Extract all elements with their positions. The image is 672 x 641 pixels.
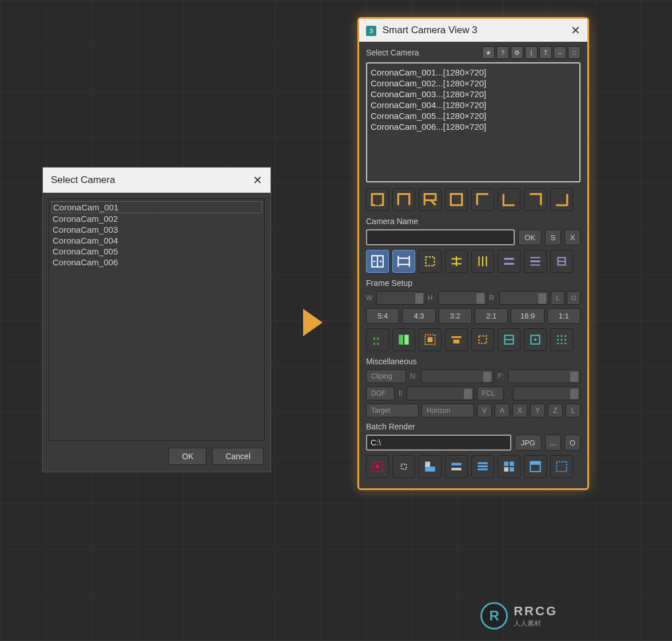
batch-4-icon[interactable] xyxy=(445,455,468,478)
ratio-54-button[interactable]: 5:4 xyxy=(366,308,399,324)
camera-list[interactable]: CoronaCam_001 CoronaCam_002 CoronaCam_00… xyxy=(49,198,265,441)
batch-2-icon[interactable] xyxy=(392,455,415,478)
z-button[interactable]: Z xyxy=(548,404,563,417)
svg-rect-61 xyxy=(504,461,508,466)
list-item[interactable]: CoronaCam_006...[1280×720] xyxy=(371,121,576,132)
l-button[interactable]: L xyxy=(566,404,580,417)
batch-tool-icons xyxy=(366,455,580,478)
view-tr-icon[interactable] xyxy=(524,188,547,211)
camera-name-input[interactable] xyxy=(366,229,515,245)
jpg-button[interactable]: JPG xyxy=(515,435,542,451)
tool-6-icon[interactable] xyxy=(498,250,520,273)
list-item[interactable]: CoronaCam_001...[1280×720] xyxy=(371,67,576,78)
star-icon[interactable]: ★ xyxy=(482,46,495,59)
o-button[interactable]: O xyxy=(567,291,580,305)
fcl-button[interactable]: FCL xyxy=(477,387,503,400)
list-item[interactable]: CoronaCam_004...[1280×720] xyxy=(371,99,576,110)
close-icon[interactable]: ✕ xyxy=(571,23,580,37)
view-bl-icon[interactable] xyxy=(498,188,520,211)
tool-4-icon[interactable] xyxy=(445,250,468,273)
a-button[interactable]: A xyxy=(495,404,510,417)
separator-icon[interactable]: | xyxy=(525,46,538,59)
f-spinner[interactable] xyxy=(508,369,580,383)
svg-point-50 xyxy=(564,343,566,344)
list-item[interactable]: CoronaCam_005...[1280×720] xyxy=(371,110,576,121)
target-button[interactable]: Target xyxy=(366,404,419,417)
list-item[interactable]: CoronaCam_004 xyxy=(51,235,262,246)
path-input[interactable] xyxy=(366,435,511,451)
help-icon[interactable]: ? xyxy=(496,46,509,59)
v-button[interactable]: V xyxy=(477,404,492,417)
batch-7-icon[interactable] xyxy=(524,455,547,478)
view-o-icon[interactable] xyxy=(445,188,468,211)
frame-2-icon[interactable] xyxy=(392,328,415,351)
gear-icon[interactable]: ⚙ xyxy=(511,46,523,59)
batch-5-icon[interactable] xyxy=(471,455,494,478)
minimize-icon[interactable]: – xyxy=(554,46,566,59)
x-button[interactable]: X xyxy=(512,404,527,417)
o-button[interactable]: O xyxy=(564,435,580,451)
list-item[interactable]: CoronaCam_001 xyxy=(51,201,262,213)
cancel-button[interactable]: Cancel xyxy=(212,448,264,465)
horizon-button[interactable]: Horizon xyxy=(422,404,474,417)
ratio-32-button[interactable]: 3:2 xyxy=(439,308,472,324)
batch-1-icon[interactable] xyxy=(366,455,389,478)
tool-2-icon[interactable] xyxy=(392,250,415,273)
ratio-spinner[interactable] xyxy=(499,291,548,305)
ratio-169-button[interactable]: 16:9 xyxy=(511,308,544,324)
frame-1-icon[interactable]: ++++ xyxy=(366,328,389,351)
close-icon[interactable]: ✕ xyxy=(253,173,263,187)
svg-point-42 xyxy=(557,335,559,337)
grip-icon[interactable]: :: xyxy=(568,46,580,59)
frame-6-icon[interactable] xyxy=(498,328,520,351)
tool-1-icon[interactable] xyxy=(366,250,389,273)
tool-8-icon[interactable] xyxy=(550,250,573,273)
s-button[interactable]: S xyxy=(545,229,561,245)
view-r-icon[interactable] xyxy=(419,188,442,211)
view-n-icon[interactable] xyxy=(392,188,415,211)
ratio-43-button[interactable]: 4:3 xyxy=(402,308,435,324)
l-button[interactable]: L xyxy=(551,291,564,305)
t-button[interactable]: T xyxy=(539,46,552,59)
width-spinner[interactable] xyxy=(376,291,426,305)
list-item[interactable]: CoronaCam_005 xyxy=(51,246,262,257)
tool-7-icon[interactable] xyxy=(524,250,547,273)
view-br-icon[interactable] xyxy=(550,188,573,211)
x-button[interactable]: X xyxy=(564,229,580,245)
tool-3-icon[interactable] xyxy=(419,250,442,273)
frame-8-icon[interactable] xyxy=(550,328,573,351)
list-item[interactable]: CoronaCam_002 xyxy=(51,213,262,224)
list-item[interactable]: CoronaCam_006 xyxy=(51,257,262,268)
dof-button[interactable]: DOF xyxy=(366,387,395,400)
batch-3-icon[interactable] xyxy=(419,455,442,478)
fcl-spinner[interactable] xyxy=(513,387,580,400)
browse-button[interactable]: ... xyxy=(545,435,561,451)
ok-button[interactable]: OK xyxy=(518,229,542,245)
view-a-icon[interactable] xyxy=(366,188,389,211)
ratio-11-button[interactable]: 1:1 xyxy=(547,308,580,324)
list-item[interactable]: CoronaCam_002...[1280×720] xyxy=(371,78,576,89)
svg-point-47 xyxy=(564,339,566,340)
ratio-21-button[interactable]: 2:1 xyxy=(475,308,508,324)
frame-4-icon[interactable] xyxy=(445,328,468,351)
batch-8-icon[interactable] xyxy=(550,455,573,478)
batch-6-icon[interactable] xyxy=(498,455,520,478)
ok-button[interactable]: OK xyxy=(169,448,206,465)
svg-point-49 xyxy=(560,343,562,344)
list-item[interactable]: CoronaCam_003 xyxy=(51,224,262,235)
view-tl-icon[interactable] xyxy=(471,188,494,211)
list-item[interactable]: CoronaCam_003...[1280×720] xyxy=(371,89,576,99)
n-spinner[interactable] xyxy=(421,369,494,383)
frame-7-icon[interactable] xyxy=(524,328,547,351)
height-spinner[interactable] xyxy=(438,291,487,305)
tool-5-icon[interactable] xyxy=(471,250,494,273)
frame-5-icon[interactable] xyxy=(471,328,494,351)
svg-rect-10 xyxy=(398,258,409,265)
cliping-button[interactable]: Cliping xyxy=(366,369,406,383)
camera-list-right[interactable]: CoronaCam_001...[1280×720] CoronaCam_002… xyxy=(366,62,580,182)
fstop-spinner[interactable] xyxy=(407,387,474,400)
frame-3-icon[interactable] xyxy=(419,328,442,351)
y-button[interactable]: Y xyxy=(530,404,545,417)
svg-rect-5 xyxy=(451,194,462,205)
svg-rect-37 xyxy=(479,336,487,344)
